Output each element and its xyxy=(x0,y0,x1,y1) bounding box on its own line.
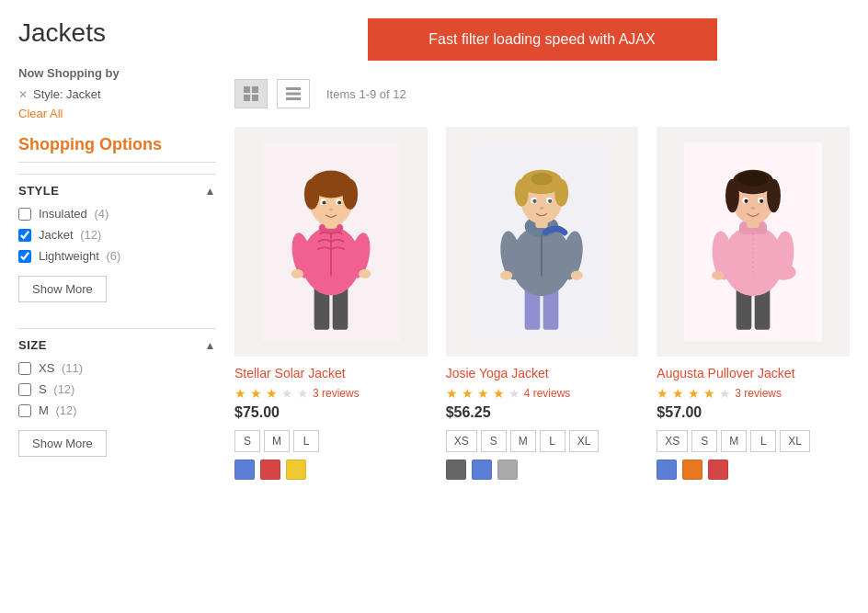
style-filter-section: STYLE ▲ Insulated (4) Jacket (12) Lightw… xyxy=(18,174,216,313)
star-5: ★ xyxy=(297,386,309,401)
insulated-count: (4) xyxy=(94,207,108,221)
svg-point-21 xyxy=(342,179,358,210)
size-l-button[interactable]: L xyxy=(750,430,776,452)
size-s-button[interactable]: S xyxy=(481,430,507,452)
star-1: ★ xyxy=(446,386,458,401)
xs-count: (11) xyxy=(62,361,83,375)
size-filter-header[interactable]: SIZE ▲ xyxy=(18,328,216,352)
size-filter-section: SIZE ▲ XS (11) S (12) M (12) Show More xyxy=(18,328,216,468)
svg-point-46 xyxy=(549,199,553,203)
m-label[interactable]: M (12) xyxy=(39,403,77,417)
color-options-1 xyxy=(234,460,428,480)
svg-rect-1 xyxy=(252,86,258,93)
filter-item-jacket: Jacket (12) xyxy=(18,228,216,242)
style-collapse-icon[interactable]: ▲ xyxy=(205,185,216,198)
product-image-2[interactable] xyxy=(446,127,639,357)
size-m-button[interactable]: M xyxy=(721,430,747,452)
grid-view-button[interactable] xyxy=(234,79,268,108)
svg-point-36 xyxy=(571,271,583,280)
xs-label[interactable]: XS (11) xyxy=(39,361,83,375)
svg-rect-6 xyxy=(286,97,301,100)
star-4: ★ xyxy=(703,386,715,401)
size-options-3: XSSMLXL xyxy=(657,430,850,452)
product-image-3[interactable] xyxy=(657,127,850,357)
insulated-label[interactable]: Insulated (4) xyxy=(39,207,108,221)
lightweight-count: (6) xyxy=(106,249,120,263)
color-swatch-0[interactable] xyxy=(446,460,466,480)
lightweight-label[interactable]: Lightweight (6) xyxy=(39,249,120,263)
product-name-3[interactable]: Augusta Pullover Jacket xyxy=(657,366,850,380)
list-icon xyxy=(285,85,302,102)
size-l-button[interactable]: L xyxy=(540,430,565,452)
size-collapse-icon[interactable]: ▲ xyxy=(205,339,216,352)
filter-item-lightweight: Lightweight (6) xyxy=(18,249,216,263)
size-m-button[interactable]: M xyxy=(264,430,290,452)
clear-all-link[interactable]: Clear All xyxy=(18,107,216,120)
toolbar: Items 1-9 of 12 xyxy=(234,79,850,108)
size-xs-button[interactable]: XS xyxy=(446,430,477,452)
svg-point-59 xyxy=(771,265,796,280)
main-content: Fast filter loading speed with AJAX Item… xyxy=(234,18,850,482)
jacket-checkbox[interactable] xyxy=(18,229,31,242)
product-price-3: $57.00 xyxy=(657,404,850,421)
svg-rect-2 xyxy=(244,95,250,101)
filter-item-m: M (12) xyxy=(18,403,216,417)
shopping-options-title: Shopping Options xyxy=(18,135,216,163)
size-s-button[interactable]: S xyxy=(691,430,717,452)
color-swatch-1[interactable] xyxy=(472,460,492,480)
product-image-1[interactable] xyxy=(234,127,428,357)
size-xl-button[interactable]: XL xyxy=(780,430,810,452)
product-name-1[interactable]: Stellar Solar Jacket xyxy=(234,366,428,380)
active-filter-text: Style: Jacket xyxy=(33,87,101,101)
filter-item-s: S (12) xyxy=(18,382,216,396)
svg-point-63 xyxy=(725,179,739,213)
color-swatch-0[interactable] xyxy=(657,460,677,480)
grid-icon xyxy=(243,85,259,102)
reviews-link-3[interactable]: 3 reviews xyxy=(735,387,782,400)
color-swatch-1[interactable] xyxy=(260,460,280,480)
product-card-2: Josie Yoga Jacket ★★★★★ 4 reviews $56.25… xyxy=(446,127,639,480)
product-stars-2: ★★★★★ 4 reviews xyxy=(446,386,639,401)
m-checkbox[interactable] xyxy=(18,404,31,417)
size-l-button[interactable]: L xyxy=(293,430,319,452)
size-s-button[interactable]: S xyxy=(234,430,260,452)
filter-item-xs: XS (11) xyxy=(18,361,216,375)
size-m-button[interactable]: M xyxy=(510,430,536,452)
svg-rect-4 xyxy=(286,87,301,90)
s-checkbox[interactable] xyxy=(18,383,31,396)
color-swatch-2[interactable] xyxy=(708,460,728,480)
style-filter-label: STYLE xyxy=(18,184,59,198)
reviews-link-1[interactable]: 3 reviews xyxy=(313,387,360,400)
size-show-more-button[interactable]: Show More xyxy=(18,430,107,457)
svg-point-41 xyxy=(555,179,569,207)
svg-point-25 xyxy=(337,200,341,204)
remove-filter-icon[interactable]: ✕ xyxy=(18,88,28,101)
color-swatch-2[interactable] xyxy=(286,460,306,480)
page-title: Jackets xyxy=(18,18,216,48)
size-xs-button[interactable]: XS xyxy=(657,430,688,452)
product-price-1: $75.00 xyxy=(234,404,428,421)
svg-point-65 xyxy=(737,171,768,187)
list-view-button[interactable] xyxy=(277,79,310,108)
insulated-checkbox[interactable] xyxy=(18,208,31,221)
now-shopping-section: Now Shopping by ✕ Style: Jacket Clear Al… xyxy=(18,66,216,120)
color-swatch-2[interactable] xyxy=(497,460,518,480)
color-swatch-1[interactable] xyxy=(682,460,702,480)
size-options-1: SML xyxy=(234,430,428,452)
svg-rect-3 xyxy=(252,95,258,101)
color-options-3 xyxy=(657,460,850,480)
color-swatch-0[interactable] xyxy=(234,460,255,480)
lightweight-checkbox[interactable] xyxy=(18,250,31,263)
product-name-2[interactable]: Josie Yoga Jacket xyxy=(446,366,639,380)
star-3: ★ xyxy=(266,386,278,401)
jacket-label[interactable]: Jacket (12) xyxy=(39,228,101,242)
reviews-link-2[interactable]: 4 reviews xyxy=(524,387,571,400)
svg-point-64 xyxy=(767,179,781,213)
style-filter-header[interactable]: STYLE ▲ xyxy=(18,174,216,198)
style-show-more-button[interactable]: Show More xyxy=(18,276,107,302)
s-label[interactable]: S (12) xyxy=(39,382,74,396)
size-xl-button[interactable]: XL xyxy=(569,430,600,452)
star-4: ★ xyxy=(493,386,505,401)
star-5: ★ xyxy=(508,386,520,401)
xs-checkbox[interactable] xyxy=(18,362,31,375)
